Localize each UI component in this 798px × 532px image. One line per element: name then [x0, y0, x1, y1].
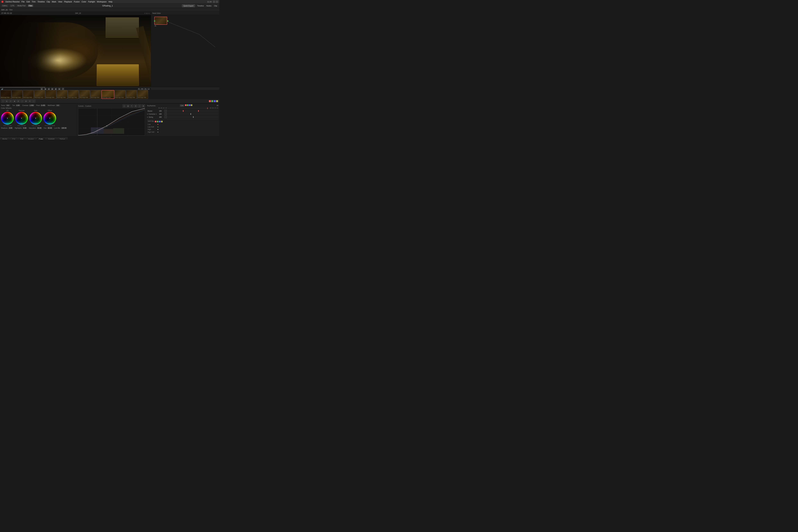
kf-master-expand[interactable]	[165, 110, 167, 112]
gallery-btn[interactable]: Gallery	[1, 4, 8, 7]
menu-fairlight[interactable]: Fairlight	[88, 1, 95, 3]
kf-yellow-btn[interactable]	[191, 104, 192, 106]
kf-corrector-area[interactable]	[168, 113, 218, 115]
tab-edit[interactable]: Edit	[18, 137, 26, 139]
curves-tool-4[interactable]: ⊡	[134, 104, 137, 108]
hue-value[interactable]: 50.00	[47, 127, 53, 129]
clip-12[interactable]: Blackmagic RAW	[137, 90, 148, 99]
color-btn-green[interactable]	[211, 100, 213, 102]
clip-10[interactable]: Blackmagic RAW	[115, 90, 126, 99]
color-btn-red[interactable]	[209, 100, 211, 102]
grade-tool-motionvfx[interactable]: ◈	[13, 99, 16, 103]
node-input-dot[interactable]	[154, 20, 155, 22]
grade-tool-power-windows[interactable]: □	[21, 99, 24, 103]
kf-corrector-arrow[interactable]: ▶	[147, 113, 148, 115]
menu-davinci-resolve[interactable]: DaVinci Resolve	[5, 1, 20, 3]
clip-5[interactable]: Blackmagic RAW	[57, 90, 68, 99]
gamma-wheel-outer[interactable]	[15, 112, 28, 125]
wifi-icon[interactable]	[213, 1, 215, 3]
menu-color[interactable]: Color	[81, 1, 86, 3]
grade-tool-tracker[interactable]: ⊕	[24, 99, 27, 103]
tab-fairlight[interactable]: Fairlight	[46, 137, 57, 139]
quick-export-button[interactable]: Quick Export	[182, 4, 195, 7]
clip-1[interactable]: Blackmagic RAW	[12, 90, 22, 99]
kf-sizing-value[interactable]: 100	[159, 116, 164, 118]
clip-4[interactable]: Blackmagic RAW	[45, 90, 56, 99]
play-btn[interactable]: ▶	[51, 88, 54, 90]
menu-mark[interactable]: Mark	[52, 1, 56, 3]
menu-edit[interactable]: Edit	[26, 1, 30, 3]
highlights-value[interactable]: 0.00	[22, 127, 27, 129]
menu-file[interactable]: File	[21, 1, 24, 3]
tab-deliver[interactable]: Deliver	[57, 137, 68, 139]
sc-red-btn[interactable]	[155, 121, 156, 122]
timeline-tracks[interactable]: Blackmagic RAW Blackmagic RAW Blackmagic…	[0, 90, 219, 99]
curves-tool-1[interactable]: ◇	[122, 104, 126, 108]
saturation-value[interactable]: 50.00	[37, 127, 42, 129]
kf-green-btn[interactable]	[187, 104, 189, 106]
kf-red-btn[interactable]	[185, 104, 187, 106]
grade-tool-blur[interactable]: ◌	[32, 99, 35, 103]
sc-green-btn[interactable]	[157, 121, 158, 122]
viewer-tool-3[interactable]: •••	[148, 13, 150, 14]
kf-sizing-expand[interactable]	[165, 116, 167, 118]
lum-mix-value[interactable]: 100.00	[61, 127, 67, 129]
volume-icon[interactable]: 🔊	[1, 88, 3, 90]
clip-6[interactable]: Blackmagic RAW	[68, 90, 79, 99]
menu-workspace[interactable]: Workspace	[97, 1, 107, 3]
media-pool-btn[interactable]: Media Pool	[16, 4, 26, 7]
menu-clip[interactable]: Clip	[46, 1, 50, 3]
curve-point-2[interactable]	[144, 108, 145, 109]
kf-corrector-value[interactable]: 100	[159, 113, 164, 115]
menu-view[interactable]: View	[58, 1, 62, 3]
mid-detail-value[interactable]: 0.0	[55, 104, 60, 107]
menu-help[interactable]: Help	[108, 1, 112, 3]
edit-btn[interactable]: Edit	[180, 104, 184, 107]
kf-all-btn[interactable]: All	[216, 105, 218, 107]
sc-blue-btn[interactable]	[159, 121, 160, 122]
curves-tool-3[interactable]: ↖	[130, 104, 133, 108]
node-output-dot[interactable]	[167, 20, 168, 22]
battery-icon[interactable]	[216, 1, 218, 3]
menu-playback[interactable]: Playback	[64, 1, 72, 3]
clip-3[interactable]: Blackmagic RAW	[34, 90, 45, 99]
curve-point-0[interactable]	[78, 135, 79, 135]
clip-0[interactable]: Blackmagic RAW	[0, 90, 11, 99]
tab-cut[interactable]: Cut	[10, 137, 18, 139]
grade-tool-qualifier[interactable]: ⊡	[17, 99, 20, 103]
menu-timeline[interactable]: Timeline	[37, 1, 45, 3]
grade-tool-magic-mask[interactable]: ✦	[28, 99, 32, 103]
stop-btn[interactable]: ■	[48, 88, 50, 90]
curves-tool-5[interactable]: □	[138, 104, 141, 108]
tab-media[interactable]: Media	[0, 137, 10, 139]
shadows-value[interactable]: 0.00	[8, 127, 13, 129]
kf-corrector-expand[interactable]	[165, 113, 167, 115]
kf-master-area[interactable]	[168, 110, 218, 112]
prev-frame-btn[interactable]: ◀	[44, 88, 46, 90]
clip-7[interactable]: Blackmagic RAW	[79, 90, 90, 99]
grade-tool-hue-sat[interactable]: ◎	[5, 99, 8, 103]
menu-fusion[interactable]: Fusion	[74, 1, 80, 3]
timeline-view-btn[interactable]: Timeline	[196, 4, 205, 7]
pivot-value[interactable]: 0.435	[40, 104, 46, 107]
temp-value[interactable]: 0.0	[5, 104, 10, 107]
curves-canvas[interactable]	[78, 108, 145, 135]
color-btn-yellow[interactable]	[216, 100, 218, 102]
color-btn-blue[interactable]	[214, 100, 216, 102]
curve-point-1[interactable]	[106, 126, 107, 126]
lift-wheel-outer[interactable]	[1, 112, 14, 125]
curves-tool-2[interactable]: ◈	[126, 104, 130, 108]
gain-wheel-outer[interactable]	[29, 112, 42, 125]
tab-color[interactable]: Color	[36, 137, 45, 139]
viewer-tool-1[interactable]: ⟲	[144, 13, 146, 14]
tab-fusion[interactable]: Fusion	[26, 137, 36, 139]
loop-btn[interactable]: ↺	[62, 88, 64, 90]
viewer-tool-2[interactable]: ⊞	[146, 13, 148, 14]
menu-trim[interactable]: Trim	[32, 1, 36, 3]
grade-tool-curves[interactable]: ⌇	[1, 99, 4, 103]
contrast-value[interactable]: 1.000	[29, 104, 34, 107]
clips-btn[interactable]: Clips	[28, 4, 33, 7]
clip-2[interactable]: Blackmagic RAW	[23, 90, 34, 99]
next-frame-btn[interactable]: ▶	[55, 88, 57, 90]
kf-master-value[interactable]: 100	[159, 110, 164, 112]
